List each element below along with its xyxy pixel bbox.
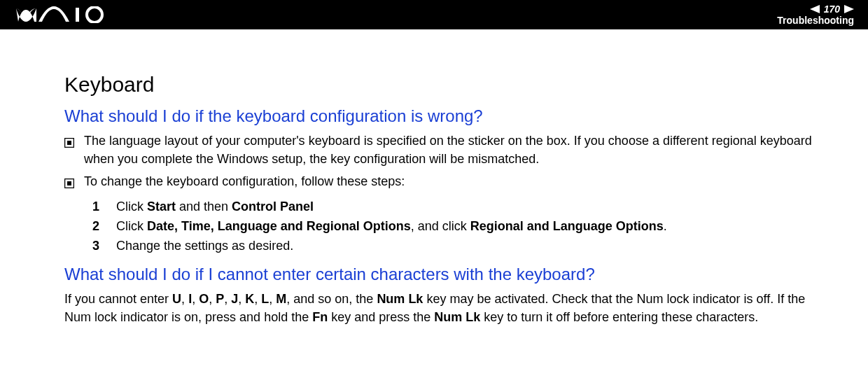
text: ,: [192, 292, 199, 306]
page-content: Keyboard What should I do if the keyboar…: [0, 29, 868, 343]
nav-next-icon[interactable]: [844, 5, 854, 13]
page-number: 170: [824, 4, 840, 15]
paragraph: If you cannot enter U, I, O, P, J, K, L,…: [64, 290, 826, 326]
text: and then: [176, 200, 232, 214]
text: If you cannot enter: [64, 292, 172, 306]
text: key to turn it off before entering these…: [480, 310, 758, 324]
bold-text: Fn: [312, 310, 328, 324]
text: key and press the: [328, 310, 434, 324]
bold-text: L: [261, 292, 269, 306]
text: Click: [116, 219, 147, 233]
bold-text: J: [231, 292, 238, 306]
text: Click: [116, 200, 147, 214]
bold-text: Control Panel: [232, 200, 314, 214]
step-number: 3: [92, 237, 102, 256]
step-row: 2 Click Date, Time, Language and Regiona…: [92, 217, 826, 237]
svg-rect-0: [76, 8, 79, 22]
svg-rect-5: [67, 141, 71, 145]
bullet-text: To change the keyboard configuration, fo…: [84, 172, 826, 190]
bold-text: Num Lk: [434, 310, 480, 324]
bold-text: K: [245, 292, 254, 306]
text: ,: [224, 292, 231, 306]
bullet-item: The language layout of your computer's k…: [64, 132, 826, 168]
svg-point-1: [87, 7, 102, 22]
step-number: 1: [92, 197, 102, 217]
step-row: 1 Click Start and then Control Panel: [92, 197, 826, 217]
text: .: [664, 219, 667, 233]
bold-text: Start: [147, 200, 176, 214]
text: ,: [209, 292, 216, 306]
step-number: 2: [92, 217, 102, 237]
bold-text: M: [276, 292, 286, 306]
text: ,: [181, 292, 188, 306]
header-right: 170 Troubleshooting: [777, 4, 854, 25]
step-text: Click Date, Time, Language and Regional …: [116, 217, 667, 237]
bullet-item: To change the keyboard configuration, fo…: [64, 172, 826, 193]
step-row: 3 Change the settings as desired.: [92, 237, 826, 256]
question-1: What should I do if the keyboard configu…: [64, 106, 826, 126]
text: ,: [238, 292, 245, 306]
steps-list: 1 Click Start and then Control Panel 2 C…: [92, 197, 826, 256]
bold-text: P: [216, 292, 224, 306]
question-2: What should I do if I cannot enter certa…: [64, 265, 826, 284]
page-nav: 170: [810, 4, 854, 15]
step-text: Click Start and then Control Panel: [116, 197, 314, 217]
bold-text: Num Lk: [377, 292, 423, 306]
text: , and so on, the: [286, 292, 377, 306]
svg-marker-3: [844, 5, 854, 13]
svg-marker-2: [810, 5, 820, 13]
text: ,: [269, 292, 276, 306]
bullet-text: The language layout of your computer's k…: [84, 132, 826, 168]
section-title: Keyboard: [64, 73, 826, 97]
bold-text: Regional and Language Options: [470, 219, 664, 233]
bullet-icon: [64, 175, 74, 193]
text: ,: [254, 292, 261, 306]
bullet-icon: [64, 134, 74, 153]
nav-prev-icon[interactable]: [810, 5, 820, 13]
bold-text: U: [172, 292, 181, 306]
bold-text: O: [199, 292, 209, 306]
bold-text: Date, Time, Language and Regional Option…: [147, 219, 411, 233]
header-bar: 170 Troubleshooting: [0, 0, 868, 29]
svg-rect-7: [67, 181, 71, 186]
breadcrumb: Troubleshooting: [777, 15, 854, 26]
text: , and click: [411, 219, 470, 233]
vaio-logo: [15, 6, 106, 23]
step-text: Change the settings as desired.: [116, 237, 293, 256]
